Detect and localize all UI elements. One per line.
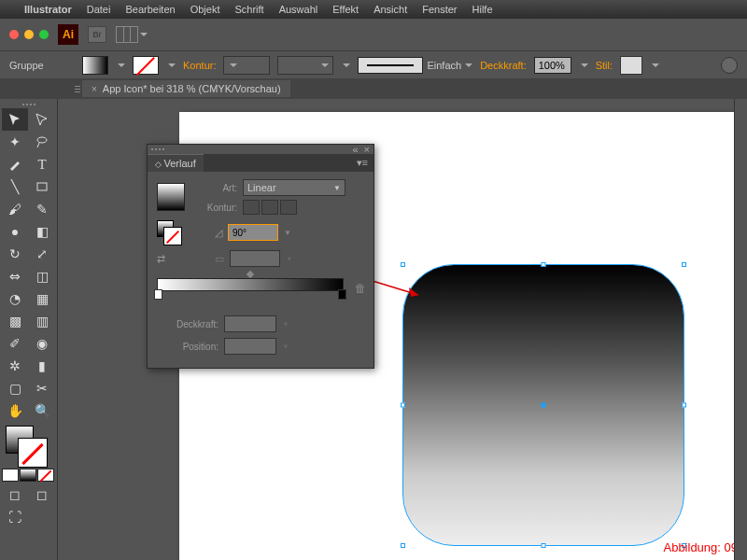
svg-rect-1 [37, 183, 47, 190]
selection-handle[interactable] [401, 403, 405, 408]
selection-handle[interactable] [401, 262, 405, 267]
menu-auswahl[interactable]: Auswahl [279, 4, 318, 15]
gradient-midpoint[interactable] [247, 271, 254, 278]
selected-shape[interactable] [403, 265, 684, 545]
eraser-tool[interactable]: ◧ [29, 220, 55, 243]
rectangle-tool[interactable] [29, 175, 55, 198]
hand-tool[interactable]: ✋ [2, 399, 28, 422]
menu-bearbeiten[interactable]: Bearbeiten [125, 4, 175, 15]
svg-point-0 [37, 137, 47, 143]
panel-grip-icon[interactable] [151, 148, 164, 150]
reverse-gradient-icon[interactable]: ⇄ [157, 253, 181, 265]
gradient-type-dropdown[interactable]: Linear▼ [243, 179, 345, 196]
stil-label: Stil: [596, 60, 613, 71]
scale-tool[interactable]: ⤢ [29, 243, 55, 265]
gradient-ramp[interactable] [157, 278, 344, 291]
stroke-style-dropdown[interactable]: Einfach [358, 57, 472, 74]
stop-opacity-input [224, 315, 276, 332]
stroke-grad-along[interactable] [261, 200, 278, 215]
center-point [542, 403, 546, 408]
document-tab[interactable]: × App Icon* bei 318 % (CMYK/Vorschau) [82, 80, 290, 97]
panel-collapse-icon[interactable]: « [352, 144, 358, 155]
blend-tool[interactable]: ◉ [29, 332, 55, 355]
rotate-tool[interactable]: ↻ [2, 243, 28, 265]
window-controls [9, 30, 49, 39]
menu-illustrator[interactable]: Illustrator [24, 4, 72, 15]
lasso-tool[interactable] [29, 131, 55, 153]
selection-handle[interactable] [401, 543, 405, 548]
slice-tool[interactable]: ✂ [29, 377, 55, 399]
screen-mode-icon[interactable]: ⛶ [2, 506, 28, 528]
artboard-tool[interactable]: ▢ [2, 377, 28, 399]
opacity-input[interactable] [534, 57, 571, 74]
menu-fenster[interactable]: Fenster [422, 4, 457, 15]
menu-objekt[interactable]: Objekt [190, 4, 220, 15]
menu-hilfe[interactable]: Hilfe [472, 4, 493, 15]
zoom-button[interactable] [39, 30, 49, 39]
angle-input[interactable] [228, 224, 278, 241]
paintbrush-tool[interactable]: 🖌 [2, 198, 28, 220]
fill-stroke-indicator[interactable] [2, 426, 55, 467]
graph-tool[interactable]: ▮ [29, 355, 55, 377]
none-mode-icon[interactable] [37, 469, 54, 482]
canvas[interactable]: « × ◇ Verlauf ▾≡ Art: Linear▼ [58, 99, 747, 560]
gradient-stop-right[interactable] [338, 289, 346, 300]
direct-selection-tool[interactable] [29, 108, 55, 131]
color-mode-icon[interactable] [2, 469, 19, 482]
gradient-mode-icon[interactable] [20, 469, 36, 482]
selection-handle[interactable] [542, 543, 546, 548]
fill-swatch[interactable] [82, 56, 108, 75]
menu-datei[interactable]: Datei [87, 4, 111, 15]
aspect-icon: ▭ [215, 253, 224, 265]
stroke-grad-within[interactable] [243, 200, 260, 215]
blob-brush-tool[interactable]: ● [2, 220, 28, 243]
pen-tool[interactable] [2, 153, 28, 175]
control-bar: Gruppe Kontur: Einfach Deckkraft: Stil: [0, 50, 747, 78]
tab-grip-icon [73, 78, 82, 99]
selection-tool[interactable] [2, 108, 28, 131]
width-tool[interactable]: ⇔ [2, 265, 28, 287]
collapsed-panel-strip[interactable] [734, 99, 747, 560]
stroke-swatch[interactable] [133, 56, 159, 75]
line-tool[interactable]: ╲ [2, 175, 28, 198]
mesh-tool[interactable]: ▩ [2, 310, 28, 332]
panel-close-icon[interactable]: × [364, 144, 370, 155]
minimize-button[interactable] [24, 30, 34, 39]
zoom-tool[interactable]: 🔍 [29, 399, 55, 422]
free-transform-tool[interactable]: ◫ [29, 265, 55, 287]
stroke-grad-across[interactable] [280, 200, 297, 215]
selection-handle[interactable] [542, 262, 546, 267]
gradient-preview[interactable] [157, 183, 185, 211]
menu-ansicht[interactable]: Ansicht [374, 4, 407, 15]
draw-normal-icon[interactable]: ◻ [2, 483, 28, 506]
bridge-icon[interactable]: Br [88, 26, 106, 43]
pencil-tool[interactable]: ✎ [29, 198, 55, 220]
close-button[interactable] [9, 30, 19, 39]
gradient-tool[interactable]: ▥ [29, 310, 55, 332]
stroke-color-swatch[interactable] [19, 439, 47, 467]
style-dropdown[interactable] [620, 56, 642, 75]
selection-handle[interactable] [682, 262, 686, 267]
magic-wand-tool[interactable]: ✦ [2, 131, 28, 153]
menu-schrift[interactable]: Schrift [234, 4, 263, 15]
type-tool[interactable]: T [29, 153, 55, 175]
gradient-stop-left[interactable] [154, 289, 162, 300]
app-logo-icon: Ai [58, 24, 78, 45]
perspective-tool[interactable]: ▦ [29, 287, 55, 310]
delete-stop-icon[interactable]: 🗑 [355, 282, 366, 295]
stroke-weight-dropdown[interactable] [223, 56, 270, 75]
layout-switcher[interactable] [116, 26, 148, 43]
eyedropper-tool[interactable]: ✐ [2, 332, 28, 355]
shape-builder-tool[interactable]: ◔ [2, 287, 28, 310]
recolor-icon[interactable] [721, 57, 738, 74]
panel-menu-icon[interactable]: ▾≡ [357, 157, 368, 169]
panel-fill-stroke[interactable] [157, 220, 181, 245]
menu-effekt[interactable]: Effekt [332, 4, 359, 15]
stroke-style-label: Einfach [427, 60, 461, 71]
symbol-sprayer-tool[interactable]: ✲ [2, 355, 28, 377]
close-tab-icon[interactable]: × [92, 84, 97, 94]
selection-handle[interactable] [682, 403, 686, 408]
brush-dropdown[interactable] [277, 56, 333, 75]
draw-behind-icon[interactable]: ◻ [29, 483, 55, 506]
panel-tab-verlauf[interactable]: ◇ Verlauf [148, 154, 204, 172]
